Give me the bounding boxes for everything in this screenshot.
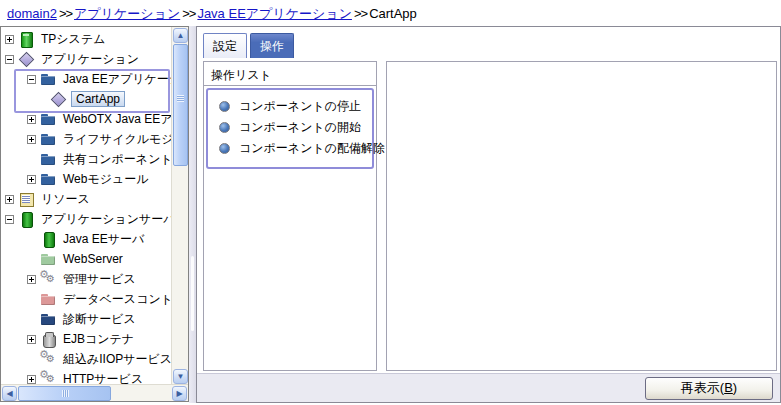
diamond-icon — [51, 92, 66, 107]
panel-splitter[interactable] — [189, 26, 196, 403]
tree-item-label[interactable]: 管理サービス — [61, 270, 138, 289]
operation-item-undeploy-component[interactable]: コンポーネントの配備解除 — [208, 138, 372, 159]
tree-item-javaee-server[interactable]: Java EEサーバ — [2, 229, 171, 249]
tree-item-label[interactable]: データベースコントロール — [61, 290, 171, 309]
tree-horizontal-scrollbar[interactable]: ◀ ▶ — [1, 384, 188, 401]
refresh-button-accesskey: B — [724, 380, 733, 395]
green-server-icon — [41, 232, 56, 247]
refresh-button-label-suffix: ) — [733, 380, 737, 395]
tab-bar: 設定 操作 — [197, 27, 780, 58]
scroll-right-icon[interactable]: ▶ — [172, 386, 187, 401]
green-folder-icon — [41, 252, 56, 267]
breadcrumb-separator: >> — [354, 6, 367, 21]
tree-item-tp-system[interactable]: TPシステム — [2, 29, 171, 49]
collapse-icon[interactable] — [27, 75, 36, 84]
tree-item-shared-components[interactable]: 共有コンポーネント — [2, 149, 171, 169]
tree-item-label[interactable]: WebOTX Java EEアプリケーション — [61, 110, 171, 129]
expand-icon[interactable] — [27, 115, 36, 124]
tree-item-applications[interactable]: アプリケーション — [2, 49, 171, 69]
breadcrumb-separator: >> — [182, 6, 195, 21]
gears-icon — [41, 272, 56, 287]
expand-icon[interactable] — [27, 335, 36, 344]
tree-item-ejb-container[interactable]: EJBコンテナ — [2, 329, 171, 349]
tree-item-label[interactable]: リソース — [39, 190, 92, 209]
tree-item-label[interactable]: 組込みIIOPサービス — [61, 350, 171, 369]
expand-icon[interactable] — [27, 175, 36, 184]
tree-item-diagnostic-services[interactable]: 診断サービス — [2, 309, 171, 329]
tree-vertical-scrollbar[interactable]: ▲ ▼ — [171, 27, 188, 386]
tree-item-web-modules[interactable]: Webモジュール — [2, 169, 171, 189]
tab-settings[interactable]: 設定 — [203, 33, 247, 58]
tree-item-embedded-iiop-service[interactable]: 組込みIIOPサービス — [2, 349, 171, 369]
expand-icon[interactable] — [27, 375, 36, 384]
tree-item-label[interactable]: Java EEアプリケーション — [61, 70, 171, 89]
operation-item-label[interactable]: コンポーネントの配備解除 — [239, 140, 385, 157]
expand-icon[interactable] — [5, 35, 14, 44]
splitter-handle[interactable] — [191, 256, 194, 331]
tree-item-label[interactable]: Webモジュール — [61, 170, 151, 189]
horizontal-scroll-thumb[interactable] — [18, 386, 111, 401]
bullet-icon — [219, 122, 230, 133]
tree-item-label[interactable]: 診断サービス — [61, 310, 138, 329]
tree-item-application-server[interactable]: アプリケーションサーバ — [2, 209, 171, 229]
tree-item-label[interactable]: ライフサイクルモジュール — [61, 130, 171, 149]
operation-list-title: 操作リスト — [204, 62, 376, 86]
gears-icon — [41, 372, 56, 385]
operation-item-label[interactable]: コンポーネントの停止 — [239, 98, 361, 115]
tree-item-resources[interactable]: リソース — [2, 189, 171, 209]
tree-item-label[interactable]: TPシステム — [39, 30, 107, 49]
breadcrumb-link-applications[interactable]: アプリケーション — [74, 6, 180, 21]
pink-folder-icon — [41, 292, 56, 307]
tree-item-label-selected[interactable]: CartApp — [71, 91, 125, 107]
tree-item-admin-services[interactable]: 管理サービス — [2, 269, 171, 289]
tree-item-http-service[interactable]: HTTPサービス — [2, 369, 171, 384]
tree-item-label[interactable]: 共有コンポーネント — [61, 150, 171, 169]
tree-item-label[interactable]: WebServer — [61, 251, 125, 267]
expand-icon[interactable] — [5, 195, 14, 204]
tree-item-lifecycle-modules[interactable]: ライフサイクルモジュール — [2, 129, 171, 149]
tree-item-database-control[interactable]: データベースコントロール — [2, 289, 171, 309]
blue-folder-icon — [41, 72, 56, 87]
bullet-icon — [219, 101, 230, 112]
gears-icon — [41, 352, 56, 367]
operation-item-stop-component[interactable]: コンポーネントの停止 — [208, 96, 372, 117]
tree-item-label[interactable]: EJBコンテナ — [61, 330, 136, 349]
scroll-up-icon[interactable]: ▲ — [173, 28, 188, 43]
refresh-button-label: 再表示( — [681, 380, 724, 395]
tree-item-label[interactable]: アプリケーション — [39, 50, 141, 69]
tree-item-label[interactable]: Java EEサーバ — [61, 230, 146, 249]
blue-folder-icon — [41, 132, 56, 147]
operation-item-label[interactable]: コンポーネントの開始 — [239, 119, 361, 136]
expand-icon[interactable] — [27, 135, 36, 144]
tab-operations[interactable]: 操作 — [250, 33, 294, 58]
tree-item-cartapp[interactable]: CartApp — [2, 89, 171, 109]
tree: TPシステム アプリケーション Java EEアプリケーション CartApp … — [2, 29, 171, 384]
operations-tab-content: 操作リスト コンポーネントの停止 コンポーネントの開始 コンポーネントの配備解除 — [197, 58, 780, 371]
diamond-icon — [19, 52, 34, 67]
blue-folder-icon — [41, 112, 56, 127]
green-server-icon — [19, 32, 34, 47]
collapse-icon[interactable] — [5, 55, 14, 64]
detail-panel: 設定 操作 操作リスト コンポーネントの停止 コンポーネントの開始 — [196, 26, 781, 403]
scroll-left-icon[interactable]: ◀ — [2, 386, 17, 401]
operation-item-start-component[interactable]: コンポーネントの開始 — [208, 117, 372, 138]
refresh-button[interactable]: 再表示(B) — [645, 377, 773, 400]
breadcrumb-current-cartapp: CartApp — [369, 6, 417, 21]
bullet-icon — [219, 143, 230, 154]
breadcrumb-link-javaee-applications[interactable]: Java EEアプリケーション — [197, 6, 352, 21]
resources-icon — [19, 192, 34, 207]
tree-item-webserver[interactable]: WebServer — [2, 249, 171, 269]
ejb-container-icon — [41, 332, 56, 347]
operation-listbox: コンポーネントの停止 コンポーネントの開始 コンポーネントの配備解除 — [206, 88, 374, 169]
tree-item-label[interactable]: HTTPサービス — [61, 370, 145, 385]
breadcrumb: domain2>>アプリケーション>>Java EEアプリケーション>>Cart… — [0, 0, 781, 26]
breadcrumb-link-domain2[interactable]: domain2 — [7, 6, 57, 21]
tree-item-webotx-javaee-applications[interactable]: WebOTX Java EEアプリケーション — [2, 109, 171, 129]
tree-item-label[interactable]: アプリケーションサーバ — [39, 210, 171, 229]
tree-item-javaee-applications[interactable]: Java EEアプリケーション — [2, 69, 171, 89]
scroll-down-icon[interactable]: ▼ — [173, 369, 188, 384]
vertical-scroll-thumb[interactable] — [173, 44, 188, 166]
expand-icon[interactable] — [27, 275, 36, 284]
navigation-tree-panel: TPシステム アプリケーション Java EEアプリケーション CartApp … — [0, 26, 189, 402]
collapse-icon[interactable] — [5, 215, 14, 224]
